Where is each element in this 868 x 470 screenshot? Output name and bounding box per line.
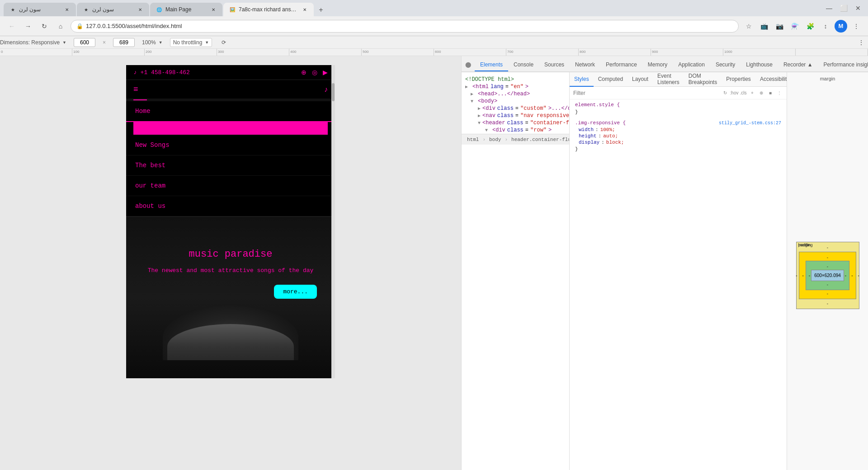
breadcrumb-html[interactable]: html (465, 136, 481, 143)
dimensions-control[interactable]: Dimensions: Responsive ▼ (0, 39, 66, 46)
devtools-indicator: ⬤ (462, 59, 475, 71)
styles-more-icon[interactable]: ⋮ (776, 89, 783, 97)
tab-performance-insights[interactable]: Performance insights ▲ (818, 59, 868, 71)
html-custom-div-line[interactable]: ▶ <div class = "custom" >...</div> (462, 105, 569, 112)
element-style-rule: element.style { } (571, 101, 785, 116)
tab-3-close[interactable]: ✕ (210, 6, 217, 13)
bookmark-star-icon[interactable]: ☆ (742, 20, 755, 33)
new-style-rule-icon[interactable]: ⊕ (758, 89, 765, 97)
html-body-line[interactable]: ▼ <body> (462, 98, 569, 105)
nav-item-home[interactable]: Home (126, 101, 335, 122)
tab-2[interactable]: ★ سون لرن ✕ (77, 3, 149, 16)
tab-3-title: Main Page (165, 6, 207, 13)
tab-4[interactable]: 🖼️ 7a8c-max richard answer.PNG (8... ✕ (223, 3, 314, 16)
add-style-icon[interactable]: + (749, 89, 756, 97)
hero-more-button[interactable]: more... (274, 285, 317, 299)
html-nav-line[interactable]: ▶ <nav class = "nav responsive" id = "my… (462, 112, 569, 119)
home-button[interactable]: ⌂ (54, 20, 67, 33)
html-panel: <!DOCTYPE html> ▶ <html lang = "en" > ▶ … (462, 72, 570, 470)
close-button[interactable]: ✕ (852, 4, 864, 13)
ruler-mark-700 (506, 49, 579, 56)
nav-item-about-us[interactable]: about us (126, 196, 335, 216)
tab-elements[interactable]: Elements (475, 59, 508, 71)
address-bar[interactable]: 🔒 127.0.0.1:5500/asset/html/index.html (71, 20, 739, 33)
hov-filter-icon[interactable]: :hov (731, 89, 738, 97)
tab-console[interactable]: Console (508, 59, 539, 71)
devtools-bar: Dimensions: Responsive ▼ × 100% ▼ No thr… (0, 36, 868, 49)
breadcrumb-header[interactable]: header.container-fluid (509, 136, 569, 143)
html-header-line[interactable]: ▼ <header class = "container-fluid" > (462, 119, 569, 127)
throttle-value: No throttling (173, 39, 203, 46)
nav-item-new-songs[interactable]: New Songs (126, 135, 335, 155)
tab-network[interactable]: Network (570, 59, 600, 71)
tab-performance[interactable]: Performance (600, 59, 642, 71)
tab-2-title: سون لرن (92, 6, 134, 13)
tab-1-close[interactable]: ✕ (63, 6, 71, 13)
css-height-prop: height : auto; (571, 133, 785, 139)
tab-3[interactable]: 🌐 Main Page ✕ (150, 3, 222, 16)
breadcrumb: html › body › header.container-fluid › d… (462, 134, 569, 145)
hamburger-icon[interactable]: ≡ (133, 85, 138, 94)
styles-tab-computed[interactable]: Computed (594, 72, 627, 87)
nav-item-the-best[interactable]: The best (126, 155, 335, 176)
tab-sources[interactable]: Sources (539, 59, 570, 71)
tab-security[interactable]: Security (710, 59, 741, 71)
styles-tab-layout[interactable]: Layout (627, 72, 653, 87)
nav-item-our-team[interactable]: our team (126, 176, 335, 196)
tab-2-close[interactable]: ✕ (137, 6, 144, 13)
reload-button[interactable]: ↻ (38, 20, 51, 33)
cls-filter-icon[interactable]: .cls (740, 89, 747, 97)
tab-4-close[interactable]: ✕ (301, 6, 308, 13)
hero-section: music paradise The newest and most attra… (126, 217, 335, 378)
tab-recorder[interactable]: Recorder ▲ (778, 59, 818, 71)
breadcrumb-body[interactable]: body (487, 136, 503, 143)
scrollbar[interactable] (331, 65, 335, 378)
profile-button[interactable]: M (835, 20, 847, 33)
styles-tab-properties[interactable]: Properties (722, 72, 755, 87)
ruler-mark-800 (579, 49, 651, 56)
rotate-button[interactable]: ⟳ (219, 38, 228, 47)
scrollbar-thumb[interactable] (332, 83, 335, 101)
html-row-div-line[interactable]: ▼ <div class = "row" > (462, 127, 569, 134)
refresh-styles-icon[interactable]: ↻ (722, 89, 729, 97)
ruler-mark-600 (434, 49, 506, 56)
tab-1[interactable]: ★ سون لرن ✕ (4, 3, 76, 16)
html-html-line[interactable]: ▶ <html lang = "en" > (462, 83, 569, 90)
styles-tab-event-listeners[interactable]: Event Listeners (653, 72, 684, 87)
styles-tab-accessibility[interactable]: Accessibility (755, 72, 787, 87)
tab-strip: ★ سون لرن ✕ ★ سون لرن ✕ 🌐 Main Page ✕ 🖼️… (4, 0, 823, 16)
main-content: ♪ +1 458-498-462 ⊕ ◎ ▶ ≡ ♪ (0, 56, 868, 470)
dimension-separator: × (103, 39, 106, 46)
zoom-value: 100% (142, 39, 156, 46)
box-model-content: 600×620.094 (811, 270, 844, 281)
color-format-icon[interactable]: ■ (767, 89, 774, 97)
labs-icon[interactable]: ⚗️ (788, 20, 801, 33)
throttle-control[interactable]: No throttling ▼ (170, 38, 212, 47)
window-controls: — ⬜ ✕ (823, 4, 864, 13)
tab-lighthouse[interactable]: Lighthouse (741, 59, 778, 71)
screenshot-icon[interactable]: 📷 (773, 20, 786, 33)
tab-application[interactable]: Application (673, 59, 710, 71)
html-head-line[interactable]: ▶ <head>...</head> (462, 90, 569, 98)
menu-icon[interactable]: ⋮ (850, 20, 863, 33)
height-input[interactable] (113, 38, 135, 47)
cast-icon[interactable]: 📺 (758, 20, 770, 33)
styles-tab-styles[interactable]: Styles (570, 72, 594, 87)
back-button[interactable]: ← (5, 20, 18, 33)
box-model-border: border - - padding - - (799, 252, 856, 299)
devtools-more-button[interactable]: ⋮ (858, 39, 864, 46)
minimize-button[interactable]: — (823, 4, 835, 13)
maximize-button[interactable]: ⬜ (837, 4, 850, 13)
forward-button[interactable]: → (22, 20, 34, 33)
img-responsive-source[interactable]: stily_grid_-stem.css:27 (719, 121, 781, 126)
width-input[interactable] (74, 38, 95, 47)
zoom-control[interactable]: 100% ▼ (142, 39, 163, 46)
tab-1-favicon: ★ (9, 6, 16, 13)
nav-item-home-separator (133, 122, 328, 135)
extensions-icon[interactable]: 🧩 (804, 20, 816, 33)
styles-filter-input[interactable] (573, 88, 720, 98)
styles-tab-dom-breakpoints[interactable]: DOM Breakpoints (684, 72, 722, 87)
new-tab-button[interactable]: + (315, 4, 327, 16)
tab-memory[interactable]: Memory (642, 59, 673, 71)
sync-icon[interactable]: ↕ (819, 20, 832, 33)
